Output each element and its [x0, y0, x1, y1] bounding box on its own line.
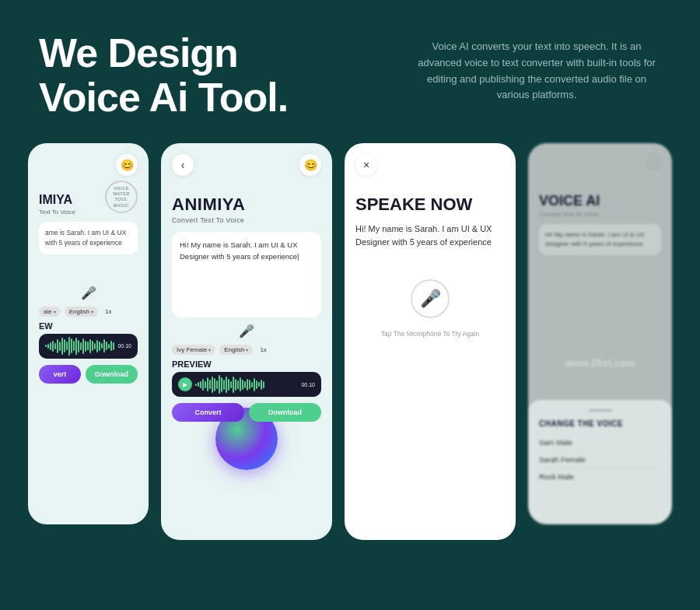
header-section: We Design Voice Ai Tool. Voice AI conver…	[0, 0, 700, 143]
card-speak: × SPEAKE NOW Hi! My name is Sarah. I am …	[345, 143, 516, 540]
partial-text-content: ame is Sarah. I am UI & UXwith 5 years o…	[39, 222, 138, 254]
download-button[interactable]: Download	[86, 365, 138, 384]
bottom-sheet: CHANGE THE VOICE Sam Male Sarah Female R…	[528, 400, 672, 524]
chevron-down-icon: ▾	[246, 347, 248, 352]
change-voice-title: CHANGE THE VOICE	[539, 419, 661, 428]
app-name: ANIMIYA	[172, 195, 321, 215]
header-title: We Design Voice Ai Tool.	[39, 31, 288, 120]
back-button[interactable]: ‹	[172, 154, 194, 176]
speak-description: Hi! My name is Sarah. I am UI & UX Desig…	[355, 223, 505, 248]
action-buttons: Convert Download	[172, 403, 321, 422]
chevron-down-icon: ▾	[208, 347, 211, 352]
voice-label: ale	[44, 308, 52, 315]
app-subtitle: Convert Text To Voice	[172, 216, 321, 224]
cards-container: 😊 VOICE WATERTOOL MAGIC IMIYA Text To Vo…	[0, 143, 700, 556]
mic-icon[interactable]: 🎤	[239, 324, 254, 338]
mic-icon: 🎤	[81, 286, 96, 300]
voice-list-item[interactable]: Sam Male	[539, 434, 661, 451]
text-content: Hi! My name is Sarah. I am UI & UX Desig…	[180, 240, 299, 260]
speed-badge: 1x	[105, 308, 111, 315]
profile-icon: 😊	[116, 154, 138, 176]
voice-selector-row: ale ▾ English ▾ 1x	[39, 307, 138, 317]
voice-chip[interactable]: Ivy Female ▾	[172, 345, 215, 355]
waveform-bars	[45, 337, 114, 356]
waveform-time: 00.10	[301, 382, 315, 387]
sheet-handle	[589, 409, 612, 412]
lang-chip[interactable]: English ▾	[219, 345, 253, 355]
preview-label: EW	[39, 321, 138, 331]
mic-area: 🎤	[172, 324, 321, 338]
waveform: 00.10	[39, 334, 138, 359]
chevron-down-icon: ▾	[54, 309, 56, 314]
voice-label: Ivy Female	[177, 346, 207, 353]
waveform: ▶ 00.10	[172, 372, 321, 397]
convert-button[interactable]: vert	[39, 365, 81, 384]
speak-title: SPEAKE NOW	[355, 195, 505, 215]
lang-chip[interactable]: English ▾	[65, 307, 98, 317]
title-line1: We Design	[39, 31, 288, 75]
play-button[interactable]: ▶	[178, 377, 192, 391]
voice-ai-text: Hi! My name is Sarah. I am UI & UX desig…	[539, 224, 661, 255]
chevron-down-icon: ▾	[91, 309, 93, 314]
top-icon: ·	[647, 154, 661, 168]
voice-ai-title: VOICE AI	[539, 193, 661, 209]
card-animiya: ‹ 😊 ANIMIYA Convert Text To Voice Hi! My…	[161, 143, 332, 540]
action-buttons: vert Download	[39, 365, 138, 384]
tap-text: Tap The Microphone To Try Again	[355, 330, 505, 338]
mic-icon: 🎤	[420, 289, 441, 309]
speed-badge: 1x	[260, 346, 266, 353]
voice-list-item[interactable]: Sarah Female	[539, 451, 661, 468]
preview-label: PREVIEW	[172, 359, 321, 369]
speak-mic-area[interactable]: 🎤	[355, 279, 505, 318]
header-description: Voice AI converts your text into speech.…	[412, 39, 661, 103]
voice-list-item[interactable]: Rock Male	[539, 468, 661, 485]
waveform-time: 00.10	[117, 343, 131, 349]
profile-icon: 😊	[299, 154, 321, 176]
voice-ai-subtitle: Convert Text To Voice	[539, 211, 661, 218]
mic-area: 🎤	[39, 286, 138, 300]
voice-chip[interactable]: ale ▾	[39, 307, 61, 317]
watermark: www.25xt.com	[565, 357, 635, 369]
lang-label: English	[224, 346, 244, 353]
title-line2: Voice Ai Tool.	[39, 75, 288, 120]
convert-button[interactable]: Convert	[172, 403, 244, 422]
mic-circle[interactable]: 🎤	[411, 279, 450, 318]
card-voice-ai: · VOICE AI Convert Text To Voice Hi! My …	[528, 143, 672, 524]
text-input-area[interactable]: Hi! My name is Sarah. I am UI & UX Desig…	[172, 232, 321, 317]
card-partial: 😊 VOICE WATERTOOL MAGIC IMIYA Text To Vo…	[28, 143, 149, 524]
lang-label: English	[69, 308, 89, 315]
voice-selector-row: Ivy Female ▾ English ▾ 1x	[172, 345, 321, 355]
waveform-bars	[195, 375, 298, 394]
download-button[interactable]: Download	[249, 403, 321, 422]
close-button[interactable]: ×	[355, 154, 377, 176]
